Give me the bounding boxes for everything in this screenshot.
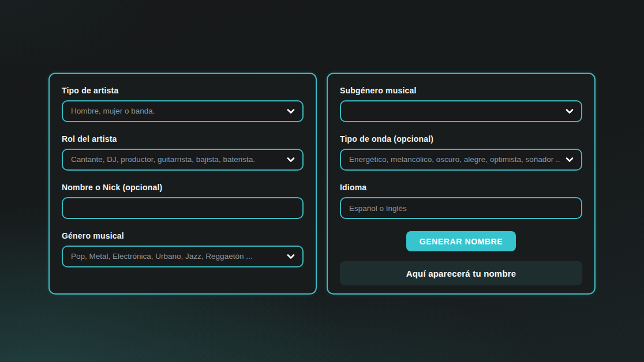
- field-group-idioma: Idioma: [340, 183, 582, 219]
- field-label-tipo-de-artista: Tipo de artista: [62, 86, 304, 96]
- select-placeholder: Cantante, DJ, productor, guitarrista, ba…: [71, 156, 282, 164]
- field-group-genero-musical: Género musical Pop, Metal, Electrónica, …: [62, 231, 304, 267]
- select-placeholder: Pop, Metal, Electrónica, Urbano, Jazz, R…: [71, 252, 282, 261]
- chevron-down-icon: [286, 252, 295, 261]
- field-label-subgenero-musical: Subgénero musical: [340, 86, 582, 96]
- chevron-down-icon: [286, 155, 295, 164]
- nombre-nick-input[interactable]: [62, 197, 304, 219]
- select-placeholder: Energético, melancólico, oscuro, alegre,…: [349, 156, 560, 164]
- chevron-down-icon: [565, 155, 574, 164]
- field-label-genero-musical: Género musical: [62, 231, 304, 241]
- select-rol-del-artista[interactable]: Cantante, DJ, productor, guitarrista, ba…: [62, 149, 304, 171]
- field-label-idioma: Idioma: [340, 183, 582, 193]
- chevron-down-icon: [565, 107, 574, 116]
- chevron-down-icon: [286, 107, 295, 116]
- generar-nombre-button[interactable]: GENERAR NOMBRE: [406, 231, 516, 251]
- generator-panel: Subgénero musical Tipo de onda (opcional…: [327, 73, 596, 295]
- idioma-input[interactable]: [340, 197, 582, 219]
- select-genero-musical[interactable]: Pop, Metal, Electrónica, Urbano, Jazz, R…: [62, 246, 304, 267]
- field-label-nombre-nick: Nombre o Nick (opcional): [62, 183, 304, 193]
- field-group-tipo-de-artista: Tipo de artista Hombre, mujer o banda.: [62, 86, 304, 122]
- field-group-rol-del-artista: Rol del artista Cantante, DJ, productor,…: [62, 134, 304, 171]
- field-group-subgenero-musical: Subgénero musical: [340, 86, 582, 122]
- select-tipo-de-onda[interactable]: Energético, melancólico, oscuro, alegre,…: [340, 149, 582, 171]
- generate-button-row: GENERAR NOMBRE: [340, 231, 582, 251]
- artist-info-panel: Tipo de artista Hombre, mujer o banda. R…: [48, 73, 317, 295]
- select-subgenero-musical[interactable]: [340, 100, 582, 122]
- field-label-tipo-de-onda: Tipo de onda (opcional): [340, 134, 582, 144]
- select-tipo-de-artista[interactable]: Hombre, mujer o banda.: [62, 100, 304, 122]
- field-label-rol-del-artista: Rol del artista: [62, 134, 304, 144]
- field-group-nombre-nick: Nombre o Nick (opcional): [62, 183, 304, 219]
- select-placeholder: Hombre, mujer o banda.: [71, 107, 282, 115]
- result-name-box: Aquí aparecerá tu nombre: [340, 261, 582, 285]
- field-group-tipo-de-onda: Tipo de onda (opcional) Energético, mela…: [340, 134, 582, 171]
